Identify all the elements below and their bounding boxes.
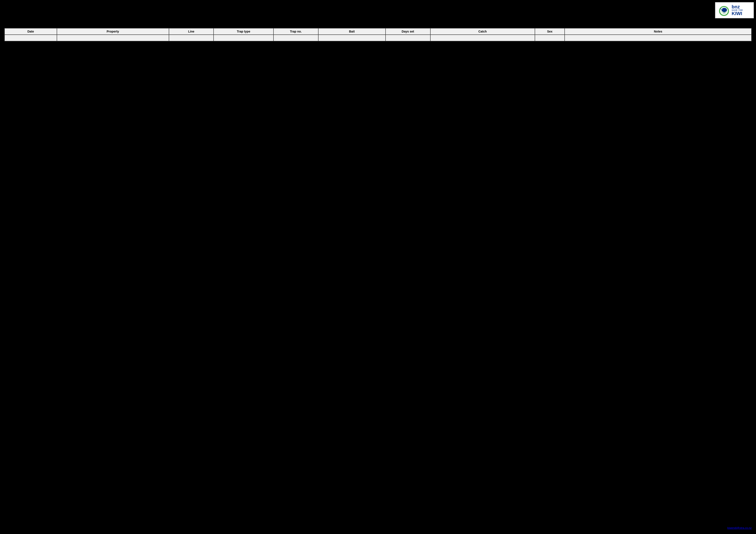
col-header-trap-no: Trap no. (274, 28, 318, 35)
page-container: bnz SAVE THE KIWI Date Property Line Tra… (0, 0, 756, 534)
footer-email-link[interactable]: kiwendi@xtra.co.nz (727, 526, 752, 529)
footer-email-container: kiwendi@xtra.co.nz (727, 526, 752, 530)
logo-text-group: bnz SAVE THE KIWI (732, 5, 743, 16)
logo-container: bnz SAVE THE KIWI (715, 2, 754, 18)
col-header-property: Property (57, 28, 169, 35)
col-header-notes: Notes (565, 28, 751, 35)
kiwi-logo-icon (718, 4, 730, 16)
trap-record-table: Date Property Line Trap type Trap no. Ba… (4, 28, 752, 41)
col-header-sex: Sex (535, 28, 565, 35)
kiwi-label: KIWI (732, 11, 742, 16)
col-header-days-set: Days set (386, 28, 430, 35)
svg-point-4 (722, 9, 722, 10)
table-wrapper: Date Property Line Trap type Trap no. Ba… (4, 28, 752, 41)
table-header-row: Date Property Line Trap type Trap no. Ba… (5, 28, 751, 35)
col-header-line: Line (169, 28, 214, 35)
col-header-bait: Bait (318, 28, 386, 35)
col-header-trap-type: Trap type (214, 28, 273, 35)
col-header-catch: Catch (430, 28, 535, 35)
bnz-label: bnz (732, 5, 740, 9)
col-header-date: Date (5, 28, 57, 35)
table-row (5, 35, 751, 41)
svg-point-2 (722, 8, 727, 12)
